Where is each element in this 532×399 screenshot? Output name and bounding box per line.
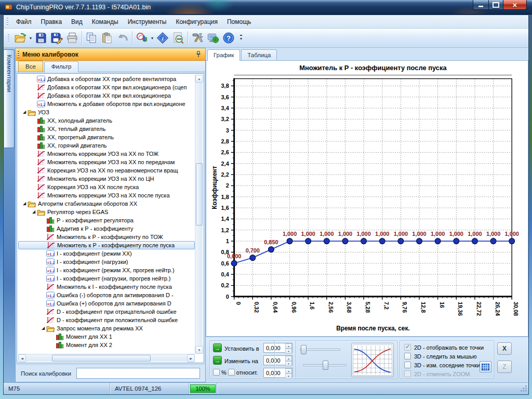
x-slider-thumb[interactable]	[301, 345, 307, 354]
minimize-button[interactable]	[473, 0, 488, 10]
data-point[interactable]	[379, 238, 385, 244]
help-button[interactable]: ?	[221, 30, 236, 46]
tree-vertical-scrollbar[interactable]: ▲ ▼	[195, 75, 203, 354]
resize-grip-icon[interactable]	[521, 385, 527, 392]
tree-item[interactable]: Множитель к Р - коэффициенту после пуска	[18, 241, 195, 249]
tree-item[interactable]: Коррекция УОЗ на ХХ после пуска	[18, 183, 195, 191]
save-as-button[interactable]	[49, 30, 64, 46]
tab-table[interactable]: Таблица	[241, 49, 277, 60]
x-slider[interactable]	[300, 345, 340, 354]
tree-item[interactable]: =1.2I - коэффициент (нагрузки)	[18, 258, 195, 266]
menu-item-edit[interactable]: Правка	[36, 16, 67, 28]
relative-checkbox[interactable]	[228, 369, 235, 376]
z-slider[interactable]	[303, 361, 347, 370]
vertical-scroll-thumb[interactable]	[196, 163, 203, 225]
tab-graph[interactable]: График	[207, 49, 240, 61]
info-button[interactable]: i	[155, 30, 170, 46]
scroll-up-icon[interactable]: ▲	[195, 75, 203, 83]
z-slider-thumb[interactable]	[323, 361, 328, 370]
menu-item-commands[interactable]: Команды	[87, 16, 123, 28]
tree-folder[interactable]: Алгоритм стабилизации оборотов ХХ	[18, 200, 195, 208]
comments-tab[interactable]: Комментарии	[4, 49, 15, 148]
tree-item[interactable]: D - коэффициент при отрицательной ошибке	[18, 308, 195, 316]
data-point[interactable]	[287, 238, 292, 244]
undo-button[interactable]	[115, 30, 130, 46]
data-point[interactable]	[398, 238, 404, 244]
option-checkbox[interactable]	[404, 344, 411, 351]
tree-item[interactable]: =1.2I - коэффициент (нагрузки, прогрев н…	[18, 274, 195, 283]
tree-item[interactable]: =1.2Добавка к оборотам ХХ при работе вен…	[18, 75, 195, 83]
chart-compare-button-dropdown[interactable]	[150, 30, 155, 46]
preview-100-button[interactable]: 100	[170, 30, 186, 46]
title-bar[interactable]: ChipTuningPRO ver.7.7.1.1193 - I574DA01.…	[0, 0, 532, 15]
tree-item[interactable]: Множитель коррекции УОЗ на ХХ после пуск…	[18, 191, 195, 200]
data-point[interactable]	[231, 260, 237, 266]
tree-folder[interactable]: Регулятор через EGAS	[18, 208, 195, 216]
tree-item[interactable]: Множитель к I - коэффициенту после пуска	[18, 283, 195, 291]
tree-item[interactable]: =1.2I - коэффициент (режим ХХ)	[18, 249, 195, 258]
tree-item[interactable]: ХХ, горячий двигатель	[18, 141, 195, 150]
option-checkbox[interactable]	[404, 362, 411, 368]
tab-filter[interactable]: Фильтр	[44, 61, 79, 72]
scroll-left-icon[interactable]: ◀	[18, 354, 26, 362]
option-checkbox[interactable]	[404, 353, 411, 360]
apply-set-button[interactable]	[213, 343, 222, 352]
tree-item[interactable]: Множитель коррекции УОЗ на ХХ по ЦН	[18, 175, 195, 183]
data-point[interactable]	[454, 238, 459, 244]
z-axis-button[interactable]: Z	[497, 361, 512, 373]
x-axis-button[interactable]: X	[497, 342, 512, 355]
tree-item[interactable]: =1.2I - коэффициент (режим ХХ, прогрев н…	[18, 266, 195, 274]
calibration-search-input[interactable]	[76, 368, 200, 379]
tree-item[interactable]: Р - коэффициент регулятора	[18, 216, 195, 224]
tree-item[interactable]: =1.2Ошибка (+) оборотов для активировани…	[18, 299, 195, 308]
tree-item[interactable]: Множитель к Р - коэффициенту по ТОЖ	[18, 233, 195, 241]
open-button-dropdown[interactable]	[28, 30, 33, 46]
menu-item-instruments[interactable]: Инструменты	[123, 16, 171, 28]
curve-preview-button[interactable]	[351, 343, 394, 377]
data-point[interactable]	[435, 238, 441, 244]
tree-item[interactable]: Множитель коррекции УОЗ на ХХ по ТОЖ	[18, 150, 195, 158]
sidebar-header[interactable]: Меню калибровок	[16, 48, 205, 61]
network-button[interactable]	[205, 30, 221, 46]
maximize-button[interactable]	[488, 0, 503, 10]
data-point[interactable]	[361, 238, 367, 244]
chart-area[interactable]: Множитель к Р - коэффициенту после пуска…	[206, 60, 528, 337]
expander-icon[interactable]	[21, 200, 28, 208]
data-point[interactable]	[342, 238, 348, 244]
tree-item[interactable]: Коррекция УОЗ на ХХ по неравномерности в…	[18, 166, 195, 175]
grid-edit-button[interactable]	[480, 361, 491, 373]
tree-horizontal-scrollbar[interactable]: ◀ ▶	[18, 354, 195, 362]
tree-item[interactable]: D - коэффициент при положительной ошибке	[18, 316, 195, 324]
menu-item-view[interactable]: Вид	[66, 16, 87, 28]
save-button[interactable]	[33, 30, 49, 46]
scroll-down-icon[interactable]: ▼	[195, 346, 203, 354]
toolbar-overflow-button[interactable]	[237, 30, 245, 46]
tree-item[interactable]: Добавка к оборотам ХХ при вкл.кондиционе…	[18, 83, 195, 91]
tree-item[interactable]: Аддитив к Р - коэффициенту	[18, 224, 195, 233]
tree-folder[interactable]: Запрос момента для режима ХХ	[18, 324, 195, 332]
copy-button[interactable]	[84, 30, 99, 46]
expander-icon[interactable]	[40, 324, 46, 332]
data-point[interactable]	[417, 238, 422, 244]
tree-item[interactable]: Момент для ХХ 1	[18, 332, 195, 341]
tab-all[interactable]: Все	[18, 61, 43, 72]
chart-svg[interactable]: Множитель к Р - коэффициенту после пуска…	[206, 61, 528, 336]
tree-item[interactable]: Момент для ХХ 2	[18, 341, 195, 349]
horizontal-scroll-thumb[interactable]	[52, 355, 151, 362]
tree-item[interactable]: ХХ, теплый двигатель	[18, 125, 195, 133]
percent-checkbox[interactable]	[213, 369, 220, 376]
tools-button[interactable]	[190, 30, 205, 46]
data-point[interactable]	[490, 238, 496, 244]
tree-item[interactable]: ХХ, прогретый двигатель	[18, 133, 195, 141]
tree-item[interactable]: Множитель коррекции УОЗ на ХХ по передач…	[18, 158, 195, 166]
open-button[interactable]	[12, 30, 28, 46]
menu-item-configuration[interactable]: Конфигурация	[171, 16, 222, 28]
tree-item[interactable]: Добавка к оборотам ХХ при вкл.кондиционе…	[18, 91, 195, 100]
scroll-right-icon[interactable]: ▶	[187, 354, 195, 362]
menu-item-file[interactable]: Файл	[11, 16, 36, 28]
data-point[interactable]	[250, 255, 256, 261]
print-button[interactable]	[64, 30, 80, 46]
tree-item[interactable]: =1.2Ошибка (-) оборотов для активировани…	[18, 291, 195, 299]
expander-icon[interactable]	[31, 208, 37, 216]
tree-folder[interactable]: УОЗ	[18, 108, 195, 116]
